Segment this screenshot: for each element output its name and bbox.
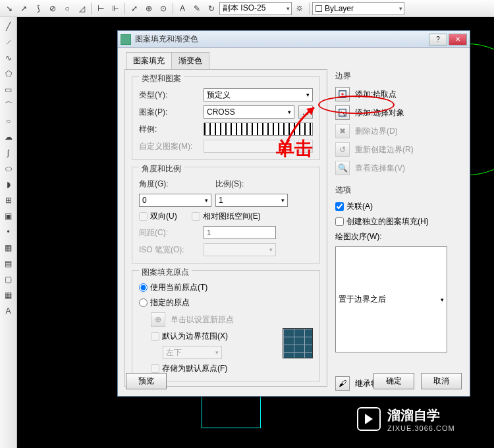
left-toolbar: ╱ ⟋ ∿ ⬠ ▭ ⌒ ○ ☁ ∫ ⬭ ◗ ⊞ ▣ • ▦ ▤ ▢ ▦ A — [0, 17, 17, 448]
spacing-input — [204, 226, 276, 239]
iso-select — [204, 243, 276, 256]
view-icon: 🔍 — [335, 161, 350, 175]
origin-group: 图案填充原点 使用当前原点(T) 指定的原点 ⊕单击以设置新原点 默认为边界范围… — [132, 270, 320, 381]
dim-dia-icon[interactable]: ○ — [61, 2, 74, 15]
dim-icon[interactable]: ↘ — [3, 2, 16, 15]
pline-icon[interactable]: ∿ — [2, 51, 15, 65]
double-checkbox: 双向(U) — [139, 211, 177, 222]
dim-base-icon[interactable]: ⊩ — [109, 2, 122, 15]
recreate-boundary-button: ↺ 重新创建边界(R) — [335, 142, 463, 157]
dialog-title: 图案填充和渐变色 — [135, 34, 429, 45]
xline-icon[interactable]: ⟋ — [2, 36, 15, 49]
dim-icon2[interactable]: ↗ — [17, 2, 30, 15]
add-pick-points-button[interactable]: 添加:拾取点 — [335, 87, 463, 101]
watermark: 溜溜自学 ZIXUE.3066.COM — [349, 397, 487, 441]
block-icon[interactable]: ▣ — [2, 210, 15, 223]
watermark-sub: ZIXUE.3066.COM — [387, 424, 455, 432]
help-button[interactable]: ? — [429, 34, 447, 45]
revcloud-icon[interactable]: ☁ — [2, 130, 15, 144]
type-select[interactable]: 预定义 — [204, 88, 313, 101]
layer-combo[interactable]: ByLayer — [312, 2, 404, 15]
tab-gradient[interactable]: 渐变色 — [171, 52, 209, 69]
specified-origin-radio[interactable]: 指定的原点 — [139, 297, 313, 308]
scale-label: 比例(S): — [215, 179, 276, 190]
gradient-icon[interactable]: ▤ — [2, 257, 15, 270]
scale-select[interactable]: 1 — [215, 194, 288, 207]
ellipsearc-icon[interactable]: ◗ — [2, 178, 15, 191]
select-object-icon — [335, 105, 350, 120]
tol-icon[interactable]: ⊕ — [142, 2, 155, 15]
edit-icon[interactable]: ✎ — [190, 2, 204, 15]
insert-icon[interactable]: ⊞ — [2, 194, 15, 207]
relative-checkbox: 相对图纸空间(E) — [192, 211, 261, 222]
pick-point-icon — [335, 87, 350, 101]
type-pattern-group: 类型和图案 类型(Y): 预定义 图案(P): CROSS … 样例: — [132, 76, 320, 160]
custom-browse-button: … — [298, 140, 313, 153]
associative-checkbox[interactable]: 关联(A) — [335, 201, 463, 212]
dialog-icon — [121, 34, 131, 45]
default-extent-checkbox: 默认为边界范围(X) — [151, 331, 234, 342]
circle-icon[interactable]: ○ — [2, 115, 15, 128]
mtext-icon[interactable]: A — [2, 304, 15, 318]
ok-button[interactable]: 确定 — [373, 373, 414, 389]
cancel-button[interactable]: 取消 — [421, 373, 462, 389]
pattern-select[interactable]: CROSS — [204, 105, 294, 119]
point-icon[interactable]: • — [2, 225, 15, 238]
angle-label: 角度(G): — [139, 179, 211, 190]
preview-button[interactable]: 预览 — [126, 373, 167, 389]
leader-icon[interactable]: ⤢ — [128, 2, 141, 15]
dim-cont-icon[interactable]: ⊢ — [94, 2, 107, 15]
use-current-origin-radio[interactable]: 使用当前原点(T) — [139, 282, 313, 293]
sample-swatch[interactable] — [204, 123, 313, 136]
table-icon[interactable]: ▦ — [2, 289, 15, 302]
text-icon[interactable]: A — [176, 2, 189, 15]
top-toolbar: ↘ ↗ ⟆ ⊘ ○ ◿ ⊢ ⊩ ⤢ ⊕ ⊙ A ✎ ↻ 副本 ISO-25 ⛭ … — [0, 0, 494, 17]
arc-icon[interactable]: ⌒ — [2, 99, 15, 112]
angle-select[interactable]: 0 — [139, 194, 211, 207]
pattern-label: 图案(P): — [139, 107, 200, 118]
angle-scale-group: 角度和比例 角度(G): 比例(S): 0 1 双向(U) 相对图纸空间(E) — [132, 167, 320, 264]
remove-icon: ✖ — [335, 124, 350, 138]
origin-preview-icon — [283, 328, 313, 358]
independent-checkbox[interactable]: 创建独立的图案填充(H) — [335, 216, 463, 227]
tab-hatch[interactable]: 图案填充 — [126, 52, 172, 69]
dialog-titlebar: 图案填充和渐变色 ? ✕ — [118, 31, 470, 48]
view-selection-button: 🔍 查看选择集(V) — [335, 161, 463, 175]
rect-icon[interactable]: ▭ — [2, 83, 15, 96]
polygon-icon[interactable]: ⬠ — [2, 67, 15, 80]
region-icon[interactable]: ▢ — [2, 273, 15, 286]
dim-ang-icon[interactable]: ◿ — [75, 2, 88, 15]
remove-boundary-button: ✖ 删除边界(D) — [335, 124, 463, 138]
dim-radius-icon[interactable]: ⊘ — [46, 2, 59, 15]
boundary-label: 边界 — [335, 70, 463, 82]
custom-select — [204, 140, 294, 153]
line-icon[interactable]: ╱ — [2, 20, 15, 33]
draw-order-label: 绘图次序(W): — [335, 231, 463, 242]
close-button[interactable]: ✕ — [449, 34, 467, 45]
spline-icon[interactable]: ∫ — [2, 146, 15, 159]
tab-panel-hatch: 类型和图案 类型(Y): 预定义 图案(P): CROSS … 样例: — [124, 69, 327, 387]
set-origin-button: ⊕单击以设置新原点 — [151, 312, 234, 327]
type-label: 类型(Y): — [139, 90, 200, 101]
options-label: 选项 — [335, 184, 463, 196]
iso-label: ISO 笔宽(O): — [139, 244, 200, 256]
corner-select: 左下 — [163, 346, 222, 359]
update-icon[interactable]: ↻ — [205, 2, 218, 15]
watermark-title: 溜溜自学 — [387, 406, 455, 424]
dim-arc-icon[interactable]: ⟆ — [32, 2, 45, 15]
dim-style-icon[interactable]: ⛭ — [293, 2, 306, 15]
draw-order-select[interactable]: 置于边界之后 — [335, 246, 447, 352]
right-column: 边界 添加:拾取点 添加:选择对象 ✖ 删除边界(D) ↺ 重新创建边界(R) … — [335, 53, 463, 391]
svg-point-1 — [341, 93, 344, 96]
custom-label: 自定义图案(M): — [139, 141, 200, 152]
pattern-browse-button[interactable]: … — [298, 105, 313, 119]
dimstyle-combo[interactable]: 副本 ISO-25 — [219, 2, 292, 15]
add-select-objects-button[interactable]: 添加:选择对象 — [335, 105, 463, 120]
recreate-icon: ↺ — [335, 142, 350, 157]
spacing-label: 间距(C): — [139, 227, 200, 238]
hatch-icon[interactable]: ▦ — [2, 241, 15, 254]
center-icon[interactable]: ⊙ — [157, 2, 170, 15]
ellipse-icon[interactable]: ⬭ — [2, 162, 15, 175]
watermark-play-icon — [357, 407, 381, 431]
hatch-dialog: 图案填充和渐变色 ? ✕ 图案填充 渐变色 类型和图案 类型(Y): 预定义 图… — [117, 30, 470, 397]
